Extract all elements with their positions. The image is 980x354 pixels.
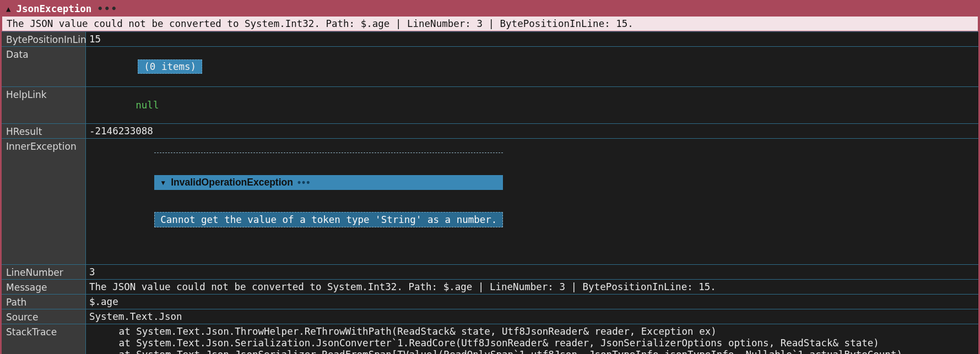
null-value: null xyxy=(136,100,159,111)
collection-badge[interactable]: (0 items) xyxy=(138,59,202,74)
label: Path xyxy=(2,295,86,309)
value: ▼ InvalidOperationException ••• Cannot g… xyxy=(86,139,978,264)
label: Message xyxy=(2,280,86,294)
value: (0 items) xyxy=(86,47,978,86)
label: HelpLink xyxy=(2,87,86,123)
inner-exception-header[interactable]: ▼ InvalidOperationException ••• xyxy=(154,175,503,190)
label: BytePositionInLine xyxy=(2,32,86,46)
row-helplink: HelpLink null xyxy=(2,86,978,123)
expand-icon[interactable]: ▼ xyxy=(160,179,166,187)
exception-type-title: JsonException xyxy=(16,3,91,14)
exception-panel: ▲ JsonException ••• The JSON value could… xyxy=(2,2,978,352)
more-icon[interactable]: ••• xyxy=(297,177,311,188)
row-hresult: HResult -2146233088 xyxy=(2,123,978,138)
value: 3 xyxy=(86,265,978,279)
value: The JSON value could not be converted to… xyxy=(86,280,978,294)
label: Source xyxy=(2,309,86,324)
row-inner-exception: InnerException ▼ InvalidOperationExcepti… xyxy=(2,138,978,264)
stacktrace-value: at System.Text.Json.ThrowHelper.ReThrowW… xyxy=(86,324,978,354)
label: Data xyxy=(2,47,86,86)
row-message: Message The JSON value could not be conv… xyxy=(2,279,978,294)
label: StackTrace xyxy=(2,324,86,354)
row-line-number: LineNumber 3 xyxy=(2,264,978,279)
property-table: BytePositionInLine 15 Data (0 items) Hel… xyxy=(2,31,978,354)
inner-exception-panel: ▼ InvalidOperationException ••• Cannot g… xyxy=(154,153,503,249)
collapse-icon[interactable]: ▲ xyxy=(6,4,10,13)
row-data: Data (0 items) xyxy=(2,46,978,86)
row-path: Path $.age xyxy=(2,294,978,309)
row-source: Source System.Text.Json xyxy=(2,309,978,324)
row-byte-position: BytePositionInLine 15 xyxy=(2,31,978,46)
value: null xyxy=(86,87,978,123)
value: $.age xyxy=(86,295,978,309)
more-icon[interactable]: ••• xyxy=(97,3,118,14)
inner-exception-message: Cannot get the value of a token type 'St… xyxy=(154,212,503,227)
exception-summary: The JSON value could not be converted to… xyxy=(2,16,978,31)
value: 15 xyxy=(86,32,978,46)
inner-exception-title: InvalidOperationException xyxy=(171,177,293,188)
value: -2146233088 xyxy=(86,124,978,138)
label: HResult xyxy=(2,124,86,138)
panel-header[interactable]: ▲ JsonException ••• xyxy=(2,2,978,16)
label: InnerException xyxy=(2,139,86,264)
value: System.Text.Json xyxy=(86,309,978,324)
row-stacktrace: StackTrace at System.Text.Json.ThrowHelp… xyxy=(2,324,978,354)
label: LineNumber xyxy=(2,265,86,279)
